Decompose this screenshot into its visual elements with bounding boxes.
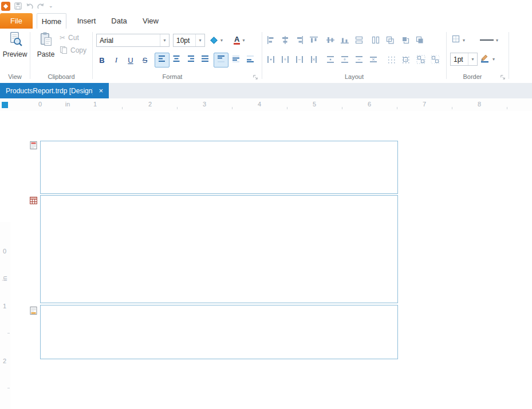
align-bottoms-icon[interactable]	[340, 35, 349, 45]
strikethrough-label: S	[143, 56, 148, 65]
redo-icon[interactable]	[36, 2, 45, 13]
border-dialog-launcher-icon[interactable]	[499, 72, 506, 79]
chevron-down-icon[interactable]: ▾	[160, 34, 169, 46]
h-ruler-label: 5	[309, 101, 320, 108]
align-center-button[interactable]	[169, 53, 184, 67]
border-color-button[interactable]: ▾	[480, 53, 495, 65]
copy-button[interactable]: Copy	[60, 45, 86, 55]
align-right-icon	[186, 54, 195, 66]
fill-color-button[interactable]: ▾	[210, 34, 223, 46]
close-icon[interactable]: ×	[98, 87, 103, 94]
same-height-icon[interactable]	[371, 35, 380, 45]
align-lefts-icon[interactable]	[266, 35, 275, 45]
layout-group-label: Layout	[262, 73, 446, 80]
space-horizontal-increase-icon[interactable]: +	[281, 55, 290, 64]
format-dialog-launcher-icon[interactable]	[252, 72, 259, 79]
tab-data[interactable]: Data	[107, 13, 132, 29]
font-family-combo[interactable]: Arial ▾	[96, 34, 170, 47]
ungroup-icon[interactable]	[431, 55, 440, 64]
chevron-down-icon[interactable]: ▾	[463, 38, 465, 43]
space-vertical-remove-icon[interactable]: ×	[369, 55, 378, 64]
paste-label: Paste	[37, 50, 55, 58]
chevron-down-icon[interactable]: ▾	[496, 38, 498, 43]
align-to-grid-icon[interactable]	[387, 55, 396, 64]
svg-text:+: +	[343, 57, 346, 62]
undo-icon[interactable]	[25, 2, 34, 13]
save-icon[interactable]	[14, 2, 22, 13]
chevron-down-icon[interactable]: ▾	[468, 53, 477, 65]
ruler-tick	[287, 107, 287, 109]
qat-customize-icon[interactable]: ⌄	[49, 3, 53, 9]
paste-button[interactable]: Paste	[34, 31, 58, 58]
align-justify-icon	[200, 54, 210, 66]
border-style-button[interactable]: ▾	[480, 34, 498, 46]
v-ruler-label: 2	[0, 357, 9, 365]
bold-button[interactable]: B	[95, 53, 109, 67]
detail-section[interactable]	[40, 195, 398, 303]
page-header-icon[interactable]	[30, 141, 37, 149]
size-to-grid-icon[interactable]	[401, 55, 410, 64]
tab-insert[interactable]: Insert	[71, 13, 102, 29]
align-left-button[interactable]	[155, 53, 170, 67]
copy-label: Copy	[70, 46, 86, 54]
italic-button[interactable]: I	[109, 53, 123, 67]
align-centers-icon[interactable]	[281, 35, 290, 45]
valign-middle-button[interactable]	[228, 53, 243, 67]
cut-label: Cut	[68, 34, 79, 42]
group-icon[interactable]	[416, 55, 425, 64]
space-horizontal-equal-icon[interactable]	[266, 55, 275, 64]
document-tab-active[interactable]: ProductsReport.trdp [Design] ×	[0, 83, 109, 98]
svg-text:+: +	[283, 57, 286, 62]
border-width-combo[interactable]: 1pt ▾	[450, 53, 478, 66]
chevron-down-icon[interactable]: ▾	[492, 57, 495, 62]
cut-button[interactable]: ✂ Cut	[60, 33, 79, 43]
align-tops-icon[interactable]	[309, 35, 318, 45]
underline-button[interactable]: U	[124, 53, 137, 67]
align-rights-icon[interactable]	[295, 35, 304, 45]
same-size-icon[interactable]	[385, 35, 395, 45]
chevron-down-icon[interactable]: ▾	[242, 38, 245, 43]
tab-home[interactable]: Home	[37, 13, 66, 29]
layout-icons-row-2: +−×+−×	[262, 55, 446, 64]
bring-to-front-icon[interactable]	[401, 35, 410, 45]
space-vertical-decrease-icon[interactable]: −	[354, 55, 364, 64]
copy-icon	[60, 46, 68, 55]
chevron-down-icon[interactable]: ▾	[220, 38, 223, 43]
align-justify-button[interactable]	[198, 53, 212, 67]
tab-view[interactable]: View	[137, 13, 164, 29]
same-width-icon[interactable]	[354, 35, 364, 45]
valign-top-icon	[216, 54, 226, 66]
cut-icon: ✂	[60, 34, 65, 42]
document-tab-title: ProductsReport.trdp [Design]	[6, 87, 93, 95]
page-footer-icon[interactable]	[30, 307, 37, 315]
valign-bottom-button[interactable]	[243, 53, 258, 67]
font-size-combo[interactable]: 10pt ▾	[173, 34, 205, 47]
line-style-icon	[480, 39, 494, 41]
preview-button[interactable]: Preview	[1, 31, 29, 58]
align-right-button[interactable]	[183, 53, 198, 67]
strikethrough-button[interactable]: S	[138, 53, 152, 67]
page-header-section[interactable]	[40, 141, 398, 194]
space-vertical-equal-icon[interactable]	[326, 55, 335, 64]
v-ruler-label: in	[1, 274, 9, 283]
space-horizontal-remove-icon[interactable]: ×	[309, 55, 318, 64]
space-vertical-increase-icon[interactable]: +	[340, 55, 349, 64]
page-footer-section[interactable]	[40, 305, 398, 359]
font-color-button[interactable]: A ▾	[234, 34, 245, 46]
ruler-tick	[507, 107, 507, 109]
svg-text:−: −	[298, 57, 301, 62]
app-logo-icon[interactable]	[1, 2, 10, 13]
border-picker-button[interactable]: ▾	[451, 34, 465, 46]
valign-top-button[interactable]	[214, 53, 228, 67]
chevron-down-icon[interactable]: ▾	[195, 34, 204, 46]
send-to-back-icon[interactable]	[415, 35, 424, 45]
ruler-tick	[177, 107, 178, 109]
group-separator	[30, 32, 30, 79]
h-ruler-label: 0	[34, 101, 46, 108]
file-tab[interactable]: File	[0, 13, 33, 29]
space-horizontal-decrease-icon[interactable]: −	[295, 55, 304, 64]
preview-label: Preview	[3, 50, 27, 58]
align-middles-icon[interactable]	[326, 35, 335, 45]
detail-section-icon[interactable]	[30, 196, 37, 204]
svg-text:−: −	[357, 57, 360, 62]
